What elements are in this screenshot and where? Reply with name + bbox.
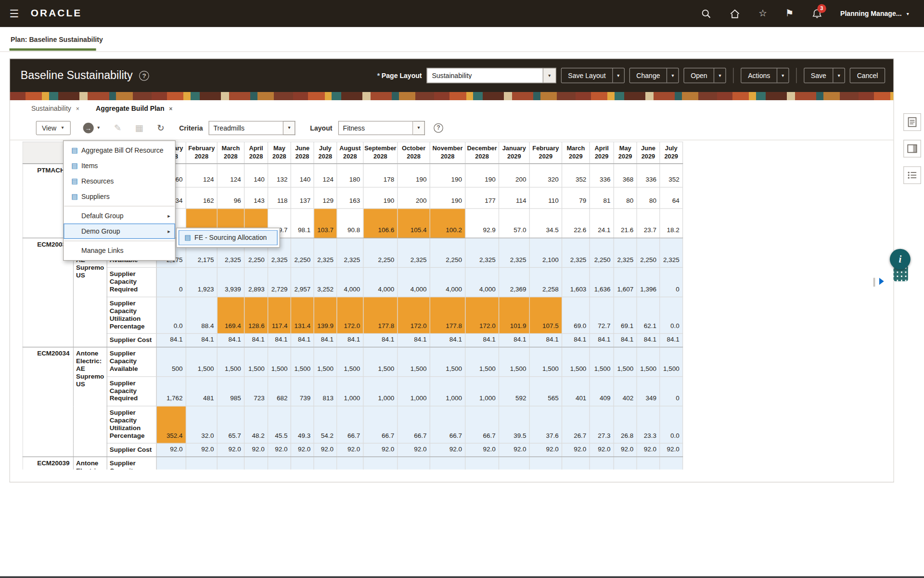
layout-panel-button[interactable] [903,140,921,158]
grid-cell[interactable]: 1,000 [430,377,465,406]
grid-cell[interactable]: 26.7 [562,406,590,443]
grid-cell[interactable]: 84.1 [337,334,363,347]
grid-cell[interactable] [430,457,465,470]
grid-cell[interactable]: 24.1 [590,209,614,238]
grid-cell[interactable]: 84.1 [562,334,590,347]
favorites-star-icon[interactable]: ☆ [758,9,767,18]
grid-cell[interactable]: 92.0 [244,444,268,457]
grid-cell[interactable]: 2,250 [430,238,465,267]
grid-cell[interactable]: 106.6 [363,209,398,238]
grid-cell[interactable]: 21.6 [614,209,637,238]
grid-cell[interactable]: 190 [363,187,398,209]
menu-item-resources[interactable]: ▤Resources [64,173,175,189]
grid-cell[interactable]: 32.0 [186,406,217,443]
criteria-dropdown-button[interactable]: ▼ [283,120,295,134]
grid-cell[interactable]: 1,500 [637,347,660,377]
grid-cell[interactable]: 1,500 [268,347,291,377]
hamburger-menu-icon[interactable]: ☰ [10,7,19,20]
notifications-bell-icon[interactable]: 3 [812,9,822,19]
grid-cell[interactable]: 349 [637,377,660,406]
grid-cell[interactable]: 84.1 [398,334,430,347]
grid-cell[interactable]: 190 [430,187,465,209]
grid-cell[interactable]: 107.5 [529,297,562,334]
grid-cell[interactable]: 96 [217,187,244,209]
view-button[interactable]: View ▼ [36,120,71,134]
grid-cell[interactable]: 48.2 [244,406,268,443]
grid-cell[interactable]: 92.0 [529,444,562,457]
row-measure-label[interactable]: Supplier Capacity Required [107,377,156,406]
menu-item-aggregate-bill-of-resource[interactable]: ▤Aggregate Bill Of Resource [64,143,175,158]
grid-cell[interactable]: 92.0 [337,444,363,457]
grid-cell[interactable]: 139.9 [314,297,337,334]
grid-cell[interactable]: 1,500 [291,347,314,377]
save-layout-dropdown-icon[interactable]: ▼ [612,68,624,82]
row-measure-label[interactable]: Supplier Capacity Utilization Percentage [107,406,156,443]
grid-cell[interactable]: 84.1 [637,334,660,347]
grid-cell[interactable]: 1,000 [398,377,430,406]
grid-cell[interactable]: 336 [590,164,614,187]
row-measure-label[interactable]: Supplier Capacity Required [107,268,156,297]
grid-cell[interactable]: 84.1 [529,334,562,347]
grid-cell[interactable]: 34.5 [529,209,562,238]
grid-cell[interactable]: 37.6 [529,406,562,443]
grid-cell[interactable]: 1,500 [529,347,562,377]
row-group-supplier[interactable]: Antone Electric: AE Supremo US [73,457,107,470]
grid-cell[interactable]: 98.1 [291,209,314,238]
grid-cell[interactable]: 129 [314,187,337,209]
grid-cell[interactable]: 352 [562,164,590,187]
grid-cell[interactable]: 169.4 [217,297,244,334]
grid-cell[interactable]: 2,729 [268,268,291,297]
grid-cell[interactable]: 4,000 [363,268,398,297]
grid-cell[interactable]: 84.1 [156,334,186,347]
grid-cell[interactable]: 4,000 [337,268,363,297]
grid-cell[interactable]: 592 [499,377,530,406]
grid-cell[interactable]: 1,500 [430,347,465,377]
grid-cell[interactable]: 92.0 [562,444,590,457]
menu-item-items[interactable]: ▤Items [64,158,175,173]
grid-cell[interactable]: 84.1 [363,334,398,347]
grid-cell[interactable]: 1,500 [465,347,499,377]
grid-cell[interactable] [398,457,430,470]
row-measure-label[interactable]: Supplier Cost [107,444,156,457]
grid-cell[interactable] [314,457,337,470]
grid-cell[interactable]: 163 [337,187,363,209]
grid-cell[interactable]: 1,000 [465,377,499,406]
grid-cell[interactable]: 1,500 [398,347,430,377]
drill-dropdown-icon[interactable]: ▼ [96,126,100,130]
actions-button[interactable]: Actions ▼ [741,68,789,83]
grid-cell[interactable]: 0.0 [660,297,683,334]
grid-cell[interactable] [562,457,590,470]
grid-cell[interactable]: 2,325 [614,238,637,267]
grid-cell[interactable]: 49.3 [291,406,314,443]
grid-cell[interactable]: 1,603 [562,268,590,297]
grid-cell[interactable]: 500 [156,347,186,377]
home-icon[interactable] [730,9,740,19]
grid-cell[interactable]: 0 [660,377,683,406]
grid-cell[interactable]: 2,957 [291,268,314,297]
grid-cell[interactable]: 92.0 [291,444,314,457]
grid-cell[interactable]: 4,000 [398,268,430,297]
grid-cell[interactable]: 92.0 [217,444,244,457]
grid-cell[interactable]: 84.1 [291,334,314,347]
grid-cell[interactable]: 1,500 [314,347,337,377]
grid-cell[interactable] [499,457,530,470]
grid-cell[interactable]: 66.7 [465,406,499,443]
grid-cell[interactable]: 92.0 [614,444,637,457]
grid-cell[interactable]: 1,500 [244,347,268,377]
grid-cell[interactable] [186,457,217,470]
grid-cell[interactable]: 2,250 [637,238,660,267]
grid-cell[interactable]: 18.2 [660,209,683,238]
grid-cell[interactable]: 92.9 [465,209,499,238]
grid-cell[interactable]: 72.7 [590,297,614,334]
grid-cell[interactable]: 100.2 [430,209,465,238]
grid-cell[interactable]: 813 [314,377,337,406]
menu-item-demo-group[interactable]: Demo Group▸ [64,223,175,239]
flag-icon[interactable]: ⚑ [785,9,794,18]
grid-cell[interactable]: 739 [291,377,314,406]
grid-cell[interactable]: 79 [562,187,590,209]
grid-cell[interactable]: 114 [499,187,530,209]
grid-cell[interactable]: 3,939 [217,268,244,297]
row-group-supplier[interactable]: Antone Electric: AE Supremo US [73,347,107,457]
grid-cell[interactable]: 69.0 [562,297,590,334]
grid-cell[interactable]: 84.1 [614,334,637,347]
